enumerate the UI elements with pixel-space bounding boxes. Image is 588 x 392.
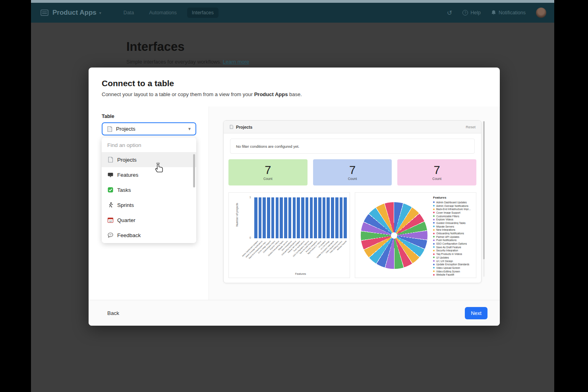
option-tasks[interactable]: Tasks bbox=[102, 182, 196, 197]
legend-bullet bbox=[433, 250, 435, 251]
legend-item: Security Integration bbox=[433, 249, 475, 253]
filter-conditions-text: No filter conditions are configured yet. bbox=[236, 144, 299, 149]
legend-bullet bbox=[433, 253, 435, 255]
navbar-right: ↺ ? Help Notifications bbox=[447, 8, 546, 18]
bar bbox=[276, 197, 279, 238]
option-projects[interactable]: Projects bbox=[102, 152, 196, 167]
legend-item: Tag Products in Videos bbox=[433, 252, 475, 256]
nav-item-data[interactable]: Data bbox=[119, 8, 139, 18]
document-icon bbox=[229, 125, 234, 129]
chevron-down-icon: ▼ bbox=[188, 127, 191, 131]
modal-subtitle-suffix: base. bbox=[288, 91, 302, 97]
help-icon: ? bbox=[462, 10, 468, 15]
page-subtitle-text: Simple interfaces for everyday workflows… bbox=[126, 59, 221, 65]
option-search-input[interactable] bbox=[102, 137, 196, 152]
history-icon[interactable]: ↺ bbox=[447, 9, 452, 17]
count-cards-row: 7 Count 7 Count 7 Count bbox=[228, 159, 476, 185]
help-button[interactable]: ? Help bbox=[462, 10, 481, 15]
legend-bullet bbox=[433, 239, 435, 241]
legend-label: Partner API Updates bbox=[436, 236, 459, 238]
bar bbox=[310, 197, 313, 238]
table-select[interactable]: Projects ▼ bbox=[102, 122, 196, 135]
pie-chart: Features Admin Dashboard UpdatesAdmin Ov… bbox=[355, 192, 476, 278]
modal-subtitle: Connect your layout to a table or copy t… bbox=[102, 91, 302, 97]
preview-scrollbar-thumb[interactable] bbox=[483, 121, 485, 259]
bar bbox=[297, 197, 300, 238]
count-label: Count bbox=[263, 177, 273, 181]
window-top-strip bbox=[31, 0, 554, 3]
count-card-pink[interactable]: 7 Count bbox=[397, 159, 476, 185]
option-sprints[interactable]: Sprints bbox=[102, 197, 196, 212]
legend-bullet bbox=[433, 264, 435, 265]
option-label: Features bbox=[117, 172, 138, 178]
legend-item: Video Upload Screen bbox=[433, 266, 475, 270]
preview-scrollbar-track[interactable] bbox=[483, 121, 485, 277]
bar bbox=[340, 197, 343, 238]
dropdown-scrollbar[interactable] bbox=[193, 154, 195, 187]
legend-label: Cover Image Support bbox=[436, 211, 460, 214]
filter-conditions-box[interactable]: No filter conditions are configured yet. bbox=[230, 139, 475, 154]
nav-item-interfaces[interactable]: Interfaces bbox=[187, 8, 219, 18]
check-icon bbox=[107, 187, 114, 193]
bar bbox=[293, 197, 296, 238]
app-title[interactable]: Product Apps bbox=[52, 9, 97, 17]
bar bbox=[259, 197, 262, 238]
legend-label: Back-End Infrastructure Impr... bbox=[436, 208, 471, 210]
bar bbox=[280, 197, 283, 238]
legend-label: Website Facelift bbox=[436, 273, 454, 276]
option-quarter[interactable]: 12 Quarter bbox=[102, 212, 196, 228]
bar bbox=[301, 197, 304, 238]
legend-bullet bbox=[433, 236, 435, 238]
option-features[interactable]: Features bbox=[102, 167, 196, 182]
preview-title: Projects bbox=[236, 125, 252, 129]
count-label: Count bbox=[432, 177, 441, 181]
page-title: Interfaces bbox=[126, 40, 184, 54]
document-icon bbox=[107, 156, 114, 163]
legend-bullet bbox=[433, 215, 435, 217]
bar bbox=[318, 197, 321, 238]
notifications-label: Notifications bbox=[499, 10, 526, 15]
bar bbox=[254, 197, 257, 238]
bar-y-axis-label: Number of projects bbox=[236, 196, 238, 234]
count-card-blue[interactable]: 7 Count bbox=[313, 159, 392, 185]
pie-legend: Features Admin Dashboard UpdatesAdmin Ov… bbox=[433, 196, 475, 278]
bar bbox=[314, 197, 317, 238]
modal-subtitle-prefix: Connect your layout to a table or copy t… bbox=[102, 91, 254, 97]
mouse-cursor bbox=[154, 161, 164, 173]
legend-label: New Integrations bbox=[436, 228, 455, 231]
count-value: 7 bbox=[265, 164, 271, 176]
monitor-icon bbox=[107, 172, 114, 178]
legend-item: Save As Draft Feature bbox=[433, 245, 475, 249]
preview-header: Projects Reset bbox=[224, 121, 481, 133]
legend-item: Admin Overage Notifications bbox=[433, 204, 475, 208]
legend-item: Website Facelift bbox=[433, 273, 475, 276]
legend-item: Back-End Infrastructure Impr... bbox=[433, 207, 475, 211]
legend-bullet bbox=[433, 274, 435, 276]
count-label: Count bbox=[348, 177, 357, 181]
legend-bullet bbox=[433, 246, 435, 248]
legend-item: Video-Editing Screen bbox=[433, 270, 475, 273]
count-card-green[interactable]: 7 Count bbox=[228, 159, 308, 185]
legend-label: Admin Dashboard Updates bbox=[436, 201, 467, 204]
legend-item: SSO Configuration Options bbox=[433, 242, 475, 245]
option-feedback[interactable]: Feedback bbox=[102, 228, 196, 243]
nav-item-automations[interactable]: Automations bbox=[144, 8, 181, 18]
legend-label: Admin Overage Notifications bbox=[436, 205, 468, 207]
legend-item: Explore Videos bbox=[433, 218, 475, 221]
learn-more-link[interactable]: Learn more bbox=[223, 59, 249, 65]
y-tick-0: 0 bbox=[250, 236, 251, 239]
top-navbar: Product Apps ▾ Data Automations Interfac… bbox=[31, 3, 554, 23]
legend-item: Partner API Updates bbox=[433, 235, 475, 239]
notifications-button[interactable]: Notifications bbox=[491, 10, 526, 15]
legend-item: Onboarding Notifications bbox=[433, 232, 475, 235]
back-button[interactable]: Back bbox=[107, 310, 119, 316]
chevron-down-icon[interactable]: ▾ bbox=[99, 11, 101, 15]
legend-bullet bbox=[433, 267, 435, 268]
avatar[interactable] bbox=[536, 8, 546, 18]
legend-label: Video Upload Screen bbox=[436, 266, 460, 269]
legend-label: Security Integration bbox=[436, 249, 458, 252]
legend-bullet bbox=[433, 260, 435, 262]
next-button[interactable]: Next bbox=[465, 307, 487, 319]
modal-title: Connect to a table bbox=[102, 79, 174, 88]
reset-button[interactable]: Reset bbox=[466, 125, 476, 129]
